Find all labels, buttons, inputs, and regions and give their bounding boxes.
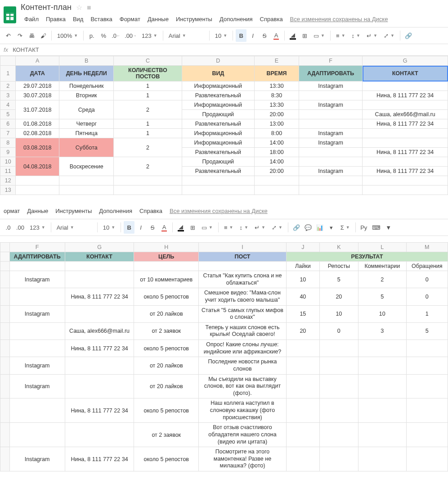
cell-adapt[interactable]: Instagram xyxy=(299,167,362,176)
cell-kind[interactable]: Информационный xyxy=(182,82,254,91)
star-icon[interactable]: ☆ xyxy=(76,3,82,12)
row-header[interactable]: 10 xyxy=(0,157,16,167)
spreadsheet-grid-1[interactable]: ABCDEFG 1ДАТАДЕНЬ НЕДЕЛИКОЛИЧЕСТВО ПОСТО… xyxy=(0,56,448,195)
cell-count[interactable]: 1 xyxy=(114,129,182,138)
cell-adapt[interactable] xyxy=(9,398,65,423)
fill-color-2[interactable]: ◢ xyxy=(175,221,186,234)
strikethrough-button[interactable]: S xyxy=(259,29,270,42)
menu-insert[interactable]: Вставка xyxy=(87,14,116,24)
cell-reposts[interactable] xyxy=(319,374,358,398)
cell-dow[interactable]: Понедельник xyxy=(59,82,114,91)
cell-contact[interactable] xyxy=(363,129,448,138)
number-format-2[interactable]: 123▼ xyxy=(27,222,48,233)
cell-likes[interactable]: 40 xyxy=(286,288,319,305)
row-header[interactable] xyxy=(0,252,10,262)
hdr-count[interactable]: КОЛИЧЕСТВО ПОСТОВ xyxy=(114,66,182,82)
link-2-icon[interactable]: 🔗 xyxy=(291,221,302,234)
cell-adapt[interactable]: Instagram xyxy=(9,447,65,471)
cell-kind[interactable]: Информационный xyxy=(182,129,254,138)
bold-button[interactable]: B xyxy=(236,29,246,42)
insert-link-icon[interactable]: 🔗 xyxy=(403,29,414,42)
cell-reposts[interactable] xyxy=(319,423,358,447)
cell-requests[interactable]: 0 xyxy=(406,271,448,288)
col-header[interactable]: G xyxy=(363,56,448,66)
col-header[interactable]: D xyxy=(182,56,254,66)
wrap-button[interactable]: ↵▼ xyxy=(364,30,380,41)
cell-comments[interactable]: 5 xyxy=(358,288,406,305)
cell-post[interactable]: Опрос! Какие слоны лучше: индийские или … xyxy=(199,340,287,357)
italic-button[interactable]: I xyxy=(247,29,258,42)
cell-post[interactable]: Мы съездили на выставку слонов, вот как … xyxy=(199,374,287,398)
hdr-date[interactable]: ДАТА xyxy=(16,66,59,82)
increase-decimal[interactable]: .00→ xyxy=(123,29,138,42)
cell-requests[interactable]: 5 xyxy=(406,322,448,340)
fill-color-button[interactable]: ◢ xyxy=(287,29,298,42)
col-header[interactable]: F xyxy=(9,243,65,252)
cell-comments[interactable] xyxy=(358,340,406,357)
font-size-select[interactable]: 10▼ xyxy=(212,30,230,41)
merge-2[interactable]: ▭▼ xyxy=(199,222,215,233)
col-header[interactable]: J xyxy=(286,243,319,252)
font-size-2[interactable]: 10▼ xyxy=(100,222,118,233)
cell-likes[interactable] xyxy=(286,447,319,471)
cell-adapt[interactable] xyxy=(9,340,65,357)
cell-dow[interactable]: Суббота xyxy=(59,138,114,157)
subhdr-comments[interactable]: Комментарии xyxy=(358,262,406,271)
col-header[interactable]: L xyxy=(358,243,406,252)
row-header[interactable] xyxy=(0,357,10,374)
row-header[interactable] xyxy=(0,340,10,357)
cell-adapt[interactable] xyxy=(299,119,362,129)
bold-2[interactable]: B xyxy=(124,221,134,234)
cell-contact[interactable] xyxy=(363,157,448,167)
rotate-button[interactable]: ⤢▼ xyxy=(381,30,397,41)
cell-adapt[interactable] xyxy=(299,110,362,119)
cell-post[interactable]: Статья "Как купить слона и не облажаться… xyxy=(199,271,287,288)
cell-adapt[interactable] xyxy=(299,157,362,167)
merge-cells-button[interactable]: ▭▼ xyxy=(311,30,327,41)
cell-post[interactable]: Смешное видео: "Мама-слон учит ходить св… xyxy=(199,288,287,305)
menu-edit[interactable]: Правка xyxy=(42,14,69,24)
cell-date[interactable]: 01.08.2018 xyxy=(16,119,59,129)
col-header[interactable]: E xyxy=(255,56,299,66)
cell-count[interactable]: 1 xyxy=(114,82,182,91)
cell-contact[interactable] xyxy=(65,357,134,374)
hdr-dow[interactable]: ДЕНЬ НЕДЕЛИ xyxy=(59,66,114,82)
row-header[interactable] xyxy=(0,322,10,340)
cell-comments[interactable]: 3 xyxy=(358,322,406,340)
cell-kind[interactable]: Развлекательный xyxy=(182,119,254,129)
cell-goal[interactable]: около 5 репостов xyxy=(134,340,199,357)
cell-adapt[interactable]: Instagram xyxy=(299,129,362,138)
col-header[interactable]: I xyxy=(199,243,287,252)
print-icon[interactable]: 🖶 xyxy=(26,29,37,42)
cell-post[interactable]: Вот отзыв счастливого обладателя нашего … xyxy=(199,423,287,447)
text-color-button[interactable]: A xyxy=(271,29,282,42)
chevron-down-icon[interactable]: ▼ xyxy=(383,221,394,234)
cell-count[interactable]: 2 xyxy=(114,157,182,176)
strike-2[interactable]: S xyxy=(147,221,158,234)
zoom-select[interactable]: 100%▼ xyxy=(54,30,81,41)
hdr2-goal[interactable]: ЦЕЛЬ xyxy=(134,252,199,262)
cell-contact[interactable]: Нина, 8 111 777 22 34 xyxy=(363,91,448,100)
font-select[interactable]: Arial▼ xyxy=(166,30,206,41)
cell-contact[interactable] xyxy=(363,138,448,148)
cell-adapt[interactable]: Instagram xyxy=(299,138,362,148)
cell-date[interactable]: 30.07.2018 xyxy=(16,91,59,100)
cell-dow[interactable]: Воскресение xyxy=(59,157,114,176)
cell-likes[interactable] xyxy=(286,357,319,374)
font-select-2[interactable]: Arial▼ xyxy=(54,222,94,233)
redo-icon[interactable]: ↷ xyxy=(14,29,25,42)
cell-adapt[interactable]: Instagram xyxy=(9,357,65,374)
cell-contact[interactable]: Нина, 8 111 777 22 34 xyxy=(65,398,134,423)
decrease-decimal[interactable]: .0← xyxy=(110,29,122,42)
col-header[interactable]: C xyxy=(114,56,182,66)
cell-time[interactable]: 18:00 xyxy=(255,148,299,157)
wrap-2[interactable]: ↵▼ xyxy=(252,222,268,233)
cell-count[interactable]: 2 xyxy=(114,100,182,119)
italic-2[interactable]: I xyxy=(135,221,146,234)
cell-reposts[interactable]: 0 xyxy=(319,322,358,340)
halign-button[interactable]: ≡▼ xyxy=(333,30,348,41)
cell-contact[interactable] xyxy=(65,305,134,322)
cell-goal[interactable]: от 10 комментариев xyxy=(134,271,199,288)
cell-date[interactable]: 02.08.2018 xyxy=(16,129,59,138)
cell-comments[interactable] xyxy=(358,423,406,447)
